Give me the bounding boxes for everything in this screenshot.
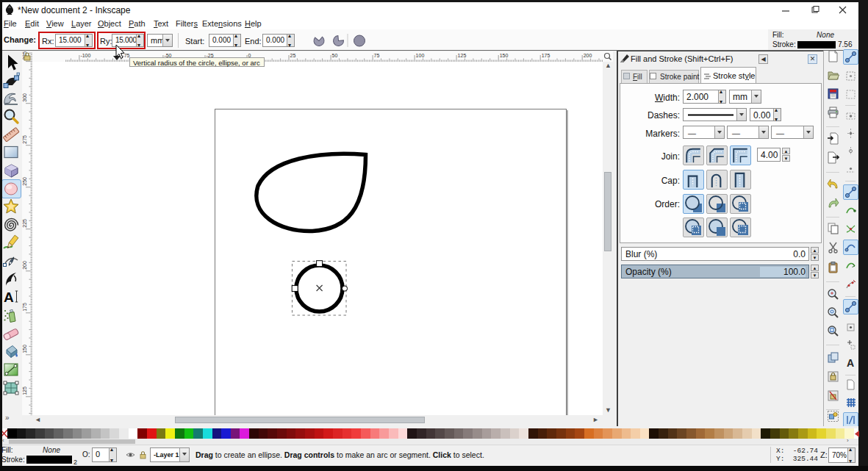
svg-text:100: 100 [416, 53, 425, 58]
svg-text:150: 150 [500, 53, 509, 58]
svg-text:250: 250 [22, 177, 27, 186]
svg-text:A: A [847, 357, 854, 369]
svg-text:-100: -100 [80, 53, 90, 58]
svg-text:300: 300 [22, 93, 27, 102]
svg-text:175: 175 [22, 303, 27, 312]
svg-text:200: 200 [584, 53, 592, 58]
svg-text:150: 150 [22, 345, 27, 353]
svg-text:A: A [4, 290, 14, 305]
svg-text:125: 125 [458, 53, 467, 58]
svg-text:225: 225 [22, 219, 27, 228]
svg-text:75: 75 [374, 53, 380, 58]
svg-text:25: 25 [290, 53, 296, 58]
svg-text:275: 275 [22, 135, 27, 144]
svg-text:175: 175 [542, 53, 550, 58]
svg-text:200: 200 [22, 261, 27, 270]
svg-text:125: 125 [22, 386, 27, 395]
svg-text:50: 50 [332, 53, 338, 58]
